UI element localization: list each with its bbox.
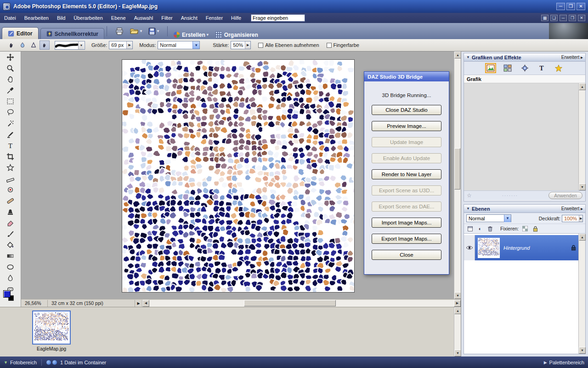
scroll-left-icon[interactable]: ◀ xyxy=(142,300,149,307)
gradient-tool[interactable] xyxy=(4,250,17,261)
layers-scroll-up-icon[interactable]: ▲ xyxy=(579,234,586,241)
blur-tool[interactable] xyxy=(4,272,17,283)
menu-bearbeiten[interactable]: Bearbeiten xyxy=(20,13,53,23)
layers-scroll-down-icon[interactable]: ▼ xyxy=(579,347,586,354)
strength-arrow-icon[interactable]: ▶ xyxy=(245,41,250,49)
selection-brush-tool[interactable] xyxy=(4,129,17,140)
scroll-up-icon[interactable]: ▲ xyxy=(454,52,461,58)
canvas-vertical-scrollbar[interactable]: ▲ ▼ xyxy=(454,52,461,299)
artwork-category-button[interactable] xyxy=(485,63,496,73)
favorites-category-button[interactable] xyxy=(553,63,564,73)
paint-bucket-tool[interactable] xyxy=(4,239,17,250)
tab-quickfix[interactable]: Schnellkorrektur xyxy=(40,28,104,39)
opacity-field[interactable]: 100% ▶ xyxy=(562,215,583,222)
menu-ansicht[interactable]: Ansicht xyxy=(177,13,202,23)
canvas-hscroll-thumb[interactable] xyxy=(244,300,336,306)
rectangular-marquee-tool[interactable] xyxy=(4,96,17,107)
themes-category-button[interactable] xyxy=(502,63,513,73)
tab-editor[interactable]: Editor xyxy=(2,27,39,39)
doc-close-button[interactable]: ✕ xyxy=(578,15,585,21)
sharpen-variant-button[interactable] xyxy=(28,40,39,50)
finger-paint-checkbox[interactable] xyxy=(327,43,332,48)
lasso-tool[interactable] xyxy=(4,107,17,118)
zoom-tool[interactable] xyxy=(4,63,17,74)
brush-preset-arrow-icon[interactable]: ▼ xyxy=(78,41,84,49)
layers-palette-header[interactable]: ▼ Ebenen Erweitert ▸ xyxy=(464,205,585,213)
scroll-down-icon[interactable]: ▼ xyxy=(454,292,461,299)
apply-button[interactable]: Anwenden xyxy=(548,192,582,199)
cookie-cutter-tool[interactable] xyxy=(4,162,17,173)
canvas-vscroll-thumb[interactable] xyxy=(454,148,460,190)
foreground-color-swatch[interactable] xyxy=(3,290,11,298)
size-field[interactable]: 69 px ▶ xyxy=(109,41,133,49)
menu-datei[interactable]: Datei xyxy=(0,13,20,23)
layer-row-hintergrund[interactable]: Hintergrund xyxy=(464,235,579,260)
blur-variant-button[interactable] xyxy=(17,40,28,50)
red-eye-removal-tool[interactable] xyxy=(4,184,17,195)
effects-more-link[interactable]: Erweitert ▸ xyxy=(561,55,583,60)
eraser-tool[interactable] xyxy=(4,217,17,228)
delete-layer-icon[interactable] xyxy=(486,225,494,232)
zoom-level[interactable]: 26,56% xyxy=(21,300,48,307)
cascade-windows-icon[interactable]: ❏ xyxy=(550,15,558,21)
photo-bin-toggle-icon[interactable]: ▼ xyxy=(4,360,8,365)
crop-tool[interactable] xyxy=(4,151,17,162)
healing-brush-tool[interactable] xyxy=(4,195,17,206)
eyedropper-tool[interactable] xyxy=(4,85,17,96)
daz-close-button[interactable]: Close xyxy=(372,250,441,260)
scroll-right-icon[interactable]: ▶ xyxy=(454,300,461,307)
daz-import-image-maps-button[interactable]: Import Image Maps... xyxy=(372,218,441,228)
minimize-button[interactable]: ─ xyxy=(556,3,565,10)
effects-scrollbar[interactable]: ▲ ▼ xyxy=(578,83,585,190)
daz-close-daz-studio-button[interactable]: Close DAZ Studio xyxy=(372,105,441,115)
strength-field[interactable]: 50% ▶ xyxy=(231,41,251,49)
open-button[interactable]: ▾ xyxy=(128,27,144,35)
photo-bin-label[interactable]: Fotobereich xyxy=(10,360,37,365)
collapse-icon[interactable]: ▼ xyxy=(466,55,470,59)
text-category-button[interactable]: T xyxy=(536,63,547,73)
clone-stamp-tool[interactable] xyxy=(4,206,17,217)
palette-toggle-icon[interactable]: ▶ xyxy=(544,360,547,365)
layers-collapse-icon[interactable]: ▼ xyxy=(466,207,470,211)
menu-bild[interactable]: Bild xyxy=(53,13,69,23)
hand-tool[interactable] xyxy=(4,74,17,85)
menu-auswahl[interactable]: Auswahl xyxy=(130,13,158,23)
document-canvas[interactable] xyxy=(122,59,355,293)
mode-arrow-icon[interactable]: ▼ xyxy=(192,41,199,49)
straighten-tool[interactable] xyxy=(4,173,17,184)
brush-tool[interactable] xyxy=(4,228,17,239)
menu-hilfe[interactable]: Hilfe xyxy=(227,13,245,23)
daz-dialog-title-bar[interactable]: DAZ Studio 3D Bridge xyxy=(364,72,449,81)
doc-minimize-button[interactable]: ─ xyxy=(560,15,567,21)
favorite-star-icon[interactable]: ☆ xyxy=(467,192,472,199)
layer-thumbnail[interactable] xyxy=(478,238,499,256)
layer-row-body[interactable]: Hintergrund xyxy=(475,235,579,260)
effects-category-button[interactable] xyxy=(519,63,530,73)
visibility-toggle[interactable] xyxy=(464,235,475,260)
smudge-variant-button[interactable] xyxy=(40,40,50,50)
adjustment-layer-icon[interactable]: ◐ xyxy=(476,225,484,232)
menu-ebene[interactable]: Ebene xyxy=(107,13,130,23)
tile-windows-icon[interactable]: ▦ xyxy=(541,15,548,21)
photo-bin-scrollbar[interactable]: ▲ ▼ xyxy=(454,307,461,356)
blend-mode-arrow-icon[interactable]: ▼ xyxy=(504,215,511,222)
save-button[interactable]: ▾ xyxy=(146,27,161,36)
daz-preview-image-button[interactable]: Preview Image... xyxy=(372,121,441,131)
bin-scroll-up-icon[interactable]: ▲ xyxy=(454,307,461,314)
prev-photo-icon[interactable] xyxy=(46,360,51,365)
lock-transparency-icon[interactable] xyxy=(521,225,529,232)
status-expand-button[interactable]: ▶ xyxy=(135,300,142,307)
close-button[interactable]: ✕ xyxy=(577,3,585,10)
menu-berarbeiten[interactable]: Überarbeiten xyxy=(69,13,107,23)
shape-tool[interactable] xyxy=(4,261,17,272)
open-dropdown-icon[interactable]: ▾ xyxy=(140,29,142,33)
move-tool[interactable] xyxy=(4,52,17,63)
size-arrow-icon[interactable]: ▶ xyxy=(126,41,132,49)
photo-thumbnail[interactable] xyxy=(34,312,69,341)
question-input[interactable] xyxy=(251,14,305,22)
new-layer-icon[interactable] xyxy=(466,225,474,232)
type-tool[interactable]: T xyxy=(4,140,17,151)
create-button[interactable]: Erstellen ▾ xyxy=(171,30,211,39)
bin-scroll-down-icon[interactable]: ▼ xyxy=(454,350,461,356)
all-layers-checkbox[interactable] xyxy=(258,43,263,48)
